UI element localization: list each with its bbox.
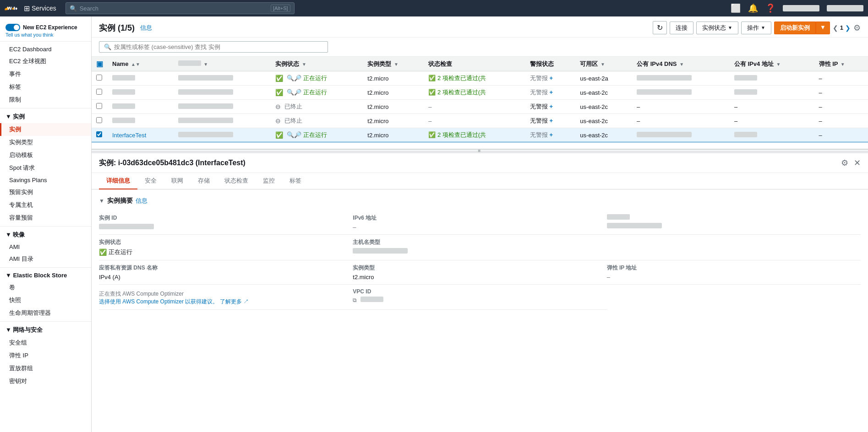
tab-状态检查[interactable]: 状态检查	[217, 173, 256, 189]
bell-icon[interactable]: 🔔	[748, 3, 758, 13]
next-page-button[interactable]: ❯	[845, 24, 851, 32]
row-checkbox[interactable]	[96, 75, 102, 81]
instances-table: ▣ Name ▲▼ ▼ 实例状态	[92, 57, 868, 142]
detail-grid: 实例 ID IPv6 地址 –	[99, 211, 861, 310]
col-elastic-ip[interactable]: 弹性 IP ▼	[814, 57, 868, 71]
copy-icon[interactable]: ⧉	[353, 297, 357, 303]
tab-存储[interactable]: 存储	[191, 173, 217, 189]
new-experience-link[interactable]: Tell us what you think	[5, 32, 86, 38]
alarm-add-icon[interactable]: +	[548, 131, 553, 138]
optimizer-link[interactable]: 选择使用 AWS Compute Optimizer 以获得建议。	[99, 298, 218, 305]
instance-search-box[interactable]: 🔍	[99, 41, 328, 53]
sidebar-item-placement-groups[interactable]: 置放群组	[0, 362, 91, 375]
sidebar-section-images[interactable]: ▼ 映像	[0, 228, 91, 241]
region-menu[interactable]	[827, 5, 863, 11]
sidebar-item-launch-templates[interactable]: 启动模板	[0, 149, 91, 162]
tab-联网[interactable]: 联网	[164, 173, 191, 189]
alarm-add-icon[interactable]: +	[548, 75, 553, 81]
sidebar-item-elastic-ips[interactable]: 弹性 IP	[0, 349, 91, 362]
sidebar-item-capacity-reservation[interactable]: 容量预留	[0, 211, 91, 224]
optimizer-more-link[interactable]: 了解更多	[220, 298, 242, 305]
field-label: IPv6 地址	[353, 214, 599, 222]
sidebar-item-ami[interactable]: AMI	[0, 241, 91, 253]
table-row[interactable]: InterfaceTest✅ 🔍🔎 正在运行t2.micro✅ 2 项检查已通过…	[92, 128, 868, 142]
row-checkbox[interactable]	[96, 103, 102, 109]
sidebar-item-limits[interactable]: 限制	[0, 93, 91, 106]
table-row[interactable]: ✅ 🔍🔎 正在运行t2.micro✅ 2 项检查已通过(共无警报 +us-eas…	[92, 86, 868, 100]
tab-安全[interactable]: 安全	[137, 173, 164, 189]
col-instance-type[interactable]: 实例类型 ▼	[363, 57, 424, 71]
col-public-ipv4[interactable]: 公有 IPv4 地址 ▼	[730, 57, 814, 71]
sidebar-item-instances[interactable]: 实例	[0, 123, 91, 136]
sidebar-section-network[interactable]: ▼ 网络与安全	[0, 324, 91, 336]
alarm-add-icon[interactable]: +	[548, 117, 553, 124]
sort-icon: ▼	[679, 62, 684, 67]
sidebar-item-spot-requests[interactable]: Spot 请求	[0, 162, 91, 174]
col-name[interactable]: Name ▲▼	[108, 57, 174, 71]
col-instance-state[interactable]: 实例状态 ▼	[271, 57, 363, 71]
sidebar-item-dedicated-hosts[interactable]: 专属主机	[0, 199, 91, 211]
col-alarm-status[interactable]: 警报状态	[525, 57, 575, 71]
sidebar-item-ec2-global[interactable]: EC2 全球视图	[0, 55, 91, 68]
user-menu[interactable]	[783, 5, 819, 11]
help-icon[interactable]: ❓	[765, 3, 775, 13]
refresh-button[interactable]: ↻	[653, 21, 667, 34]
instances-info-link[interactable]: 信息	[140, 24, 152, 32]
instance-state-button[interactable]: 实例状态 ▼	[696, 22, 738, 34]
search-input[interactable]	[80, 5, 268, 12]
col-public-dns[interactable]: 公有 IPv4 DNS ▼	[632, 57, 730, 71]
tab-监控[interactable]: 监控	[256, 173, 282, 189]
settings-icon[interactable]: ⚙	[853, 23, 861, 33]
aws-logo[interactable]	[5, 4, 19, 13]
sidebar-item-ami-catalog[interactable]: AMI 目录	[0, 253, 91, 265]
instance-name-link[interactable]: InterfaceTest	[112, 132, 146, 139]
sidebar-item-tags[interactable]: 标签	[0, 81, 91, 93]
sidebar-item-volumes[interactable]: 卷	[0, 281, 91, 294]
detail-settings-icon[interactable]: ⚙	[841, 158, 848, 168]
section-info-link[interactable]: 信息	[136, 197, 147, 205]
launch-instance-arrow[interactable]: ▼	[816, 22, 830, 34]
col-instance-id[interactable]: ▼	[174, 57, 271, 71]
elastic-ip: –	[814, 114, 868, 128]
availability-zone: us-east-2c	[575, 114, 632, 128]
sidebar-item-instance-types[interactable]: 实例类型	[0, 136, 91, 149]
sidebar-item-security-groups[interactable]: 安全组	[0, 336, 91, 349]
row-checkbox[interactable]	[96, 89, 102, 95]
sidebar-item-snapshots[interactable]: 快照	[0, 294, 91, 307]
global-search[interactable]: 🔍 [Alt+S]	[66, 2, 295, 14]
prev-page-button[interactable]: ❮	[833, 24, 838, 32]
table-row[interactable]: ⊖ 已终止t2.micro–无警报 +us-east-2c–––	[92, 100, 868, 114]
field-value: ⧉	[353, 297, 599, 303]
new-experience-toggle[interactable]	[5, 24, 20, 31]
table-row[interactable]: ✅ 🔍🔎 正在运行t2.micro✅ 2 项检查已通过(共无警报 +us-eas…	[92, 71, 868, 86]
instance-search-input[interactable]	[114, 43, 323, 50]
actions-button[interactable]: 操作 ▼	[741, 22, 771, 34]
sidebar-item-key-pairs[interactable]: 密钥对	[0, 375, 91, 388]
alarm-add-icon[interactable]: +	[548, 89, 553, 96]
connect-button[interactable]: 连接	[670, 22, 693, 34]
tab-详细信息[interactable]: 详细信息	[99, 173, 137, 189]
tab-标签[interactable]: 标签	[282, 173, 309, 189]
col-status-check[interactable]: 状态检查	[424, 57, 525, 71]
services-button[interactable]: ⊞ Services	[24, 4, 56, 13]
terminal-icon[interactable]: ⬜	[731, 3, 741, 13]
instance-type: t2.micro	[363, 71, 424, 86]
sidebar-item-lifecycle-manager[interactable]: 生命周期管理器	[0, 307, 91, 319]
table-row[interactable]: ⊖ 已终止t2.micro–无警报 +us-east-2c–––	[92, 114, 868, 128]
detail-close-icon[interactable]: ✕	[854, 158, 861, 168]
row-checkbox[interactable]	[96, 117, 102, 123]
collapse-icon[interactable]: ▼	[99, 198, 104, 204]
alarm-add-icon[interactable]: +	[548, 103, 553, 110]
launch-instance-button[interactable]: 启动新实例	[774, 22, 816, 34]
select-all-header[interactable]: ▣	[92, 57, 108, 71]
sidebar-item-savings-plans[interactable]: Savings Plans	[0, 174, 91, 186]
sidebar-section-instances[interactable]: ▼ 实例	[0, 110, 91, 123]
field-label: 实例类型	[353, 264, 599, 272]
sidebar-section-ebs[interactable]: ▼ Elastic Block Store	[0, 270, 91, 281]
sidebar-item-events[interactable]: 事件	[0, 68, 91, 81]
col-az[interactable]: 可用区 ▼	[575, 57, 632, 71]
instance-name-blurred	[112, 103, 135, 109]
sidebar-item-reserved-instances[interactable]: 预留实例	[0, 186, 91, 199]
row-checkbox[interactable]	[96, 131, 102, 137]
sidebar-item-ec2-dashboard[interactable]: EC2 Dashboard	[0, 43, 91, 55]
